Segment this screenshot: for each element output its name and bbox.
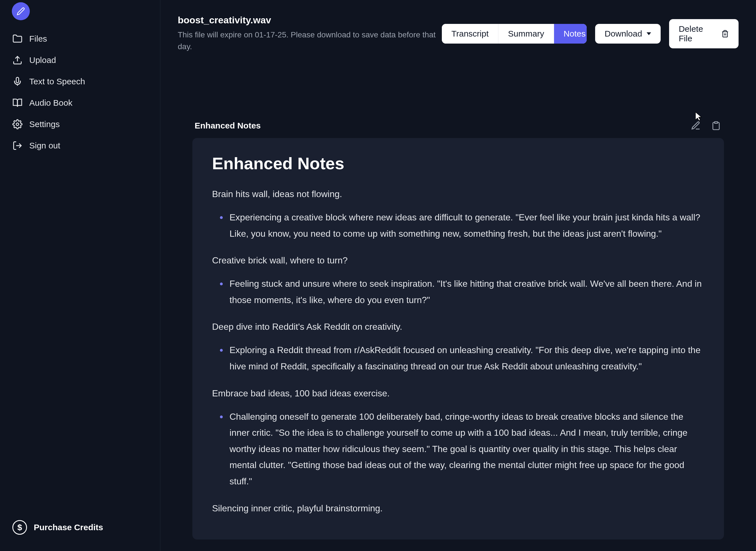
note-list: Experiencing a creative block where new … — [212, 209, 704, 242]
download-button[interactable]: Download — [595, 24, 661, 44]
sidebar-item-label: Upload — [29, 55, 56, 65]
edit-icon — [691, 121, 701, 131]
logo-wrap — [0, 2, 160, 28]
tab-summary[interactable]: Summary — [498, 24, 554, 44]
sidebar-item-label: Audio Book — [29, 98, 72, 108]
sidebar: Files Upload Text to Speech Audio Book S… — [0, 0, 160, 551]
delete-file-button[interactable]: Delete File — [669, 19, 739, 48]
note-item: Challenging oneself to generate 100 deli… — [212, 409, 704, 490]
copy-button[interactable] — [710, 120, 722, 131]
file-meta: boost_creativity.wav This file will expi… — [178, 15, 442, 53]
trash-icon — [721, 29, 729, 38]
sidebar-item-label: Settings — [29, 119, 60, 129]
header-actions: Transcript Summary Notes Download Delete… — [442, 19, 739, 48]
app-logo[interactable] — [12, 2, 30, 20]
copy-icon — [711, 121, 721, 130]
sidebar-item-text-to-speech[interactable]: Text to Speech — [7, 71, 153, 92]
note-list: Exploring a Reddit thread from r/AskRedd… — [212, 342, 704, 375]
section-label: Enhanced Notes — [195, 121, 261, 130]
chevron-down-icon — [647, 32, 651, 35]
main-content: boost_creativity.wav This file will expi… — [160, 0, 756, 551]
pencil-icon — [17, 7, 25, 15]
sidebar-item-audio-book[interactable]: Audio Book — [7, 92, 153, 114]
sidebar-item-label: Sign out — [29, 141, 60, 150]
gear-icon — [12, 119, 22, 129]
note-heading: Deep dive into Reddit's Ask Reddit on cr… — [212, 322, 704, 332]
purchase-credits-button[interactable]: $ Purchase Credits — [7, 514, 153, 540]
delete-label: Delete File — [679, 24, 717, 43]
download-label: Download — [605, 29, 642, 38]
content-scroll[interactable]: Enhanced Notes Enhanced Notes Brain hits… — [160, 64, 756, 551]
notes-card: Enhanced Notes Brain hits wall, ideas no… — [193, 138, 724, 539]
note-list: Challenging oneself to generate 100 deli… — [212, 409, 704, 490]
sidebar-item-sign-out[interactable]: Sign out — [7, 135, 153, 156]
note-heading: Creative brick wall, where to turn? — [212, 255, 704, 265]
book-icon — [12, 98, 22, 108]
notes-title: Enhanced Notes — [212, 154, 704, 173]
microphone-icon — [12, 76, 22, 87]
sidebar-footer: $ Purchase Credits — [0, 514, 160, 549]
folder-icon — [12, 34, 22, 44]
note-item: Exploring a Reddit thread from r/AskRedd… — [212, 342, 704, 375]
sidebar-item-upload[interactable]: Upload — [7, 49, 153, 71]
sidebar-nav: Files Upload Text to Speech Audio Book S… — [0, 28, 160, 514]
sidebar-item-label: Text to Speech — [29, 77, 85, 86]
note-heading: Embrace bad ideas, 100 bad ideas exercis… — [212, 388, 704, 399]
purchase-credits-label: Purchase Credits — [34, 523, 103, 532]
tab-transcript[interactable]: Transcript — [442, 24, 498, 44]
section-label-row: Enhanced Notes — [193, 120, 724, 131]
note-list: Feeling stuck and unsure where to seek i… — [212, 276, 704, 308]
edit-button[interactable] — [690, 120, 701, 131]
view-tab-group: Transcript Summary Notes — [442, 24, 587, 44]
note-item: Experiencing a creative block where new … — [212, 209, 704, 242]
sidebar-item-label: Files — [29, 34, 47, 44]
note-item: Feeling stuck and unsure where to seek i… — [212, 276, 704, 308]
sidebar-item-settings[interactable]: Settings — [7, 114, 153, 135]
signout-icon — [12, 140, 22, 151]
sidebar-item-files[interactable]: Files — [7, 28, 153, 49]
section-actions — [690, 120, 722, 131]
tab-notes[interactable]: Notes — [554, 24, 587, 44]
file-title: boost_creativity.wav — [178, 15, 442, 26]
header: boost_creativity.wav This file will expi… — [160, 0, 756, 64]
svg-point-2 — [16, 123, 19, 126]
file-expire-text: This file will expire on 01-17-25. Pleas… — [178, 29, 442, 53]
upload-icon — [12, 55, 22, 65]
note-heading: Silencing inner critic, playful brainsto… — [212, 503, 704, 514]
note-heading: Brain hits wall, ideas not flowing. — [212, 189, 704, 199]
svg-rect-6 — [714, 122, 718, 123]
dollar-icon: $ — [12, 520, 27, 535]
